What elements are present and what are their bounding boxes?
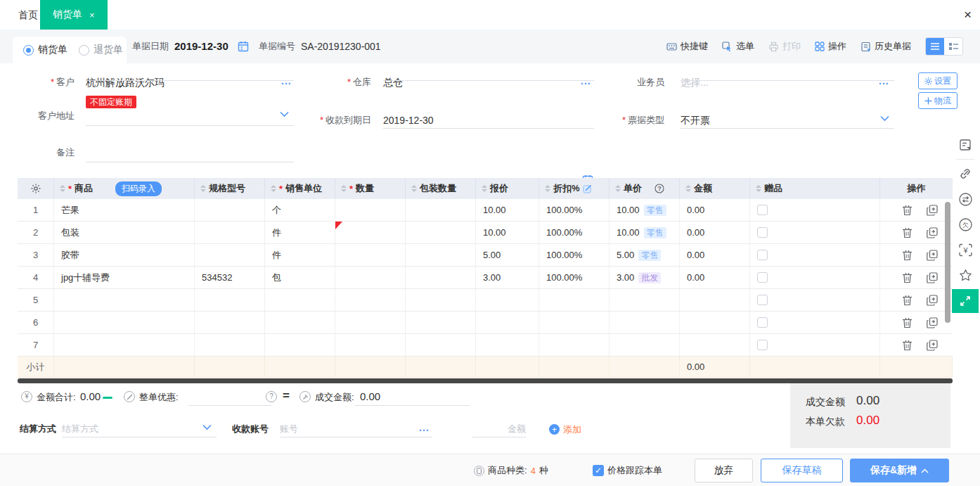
cell-product[interactable]: jpg十辅导费 <box>54 267 195 288</box>
add-payment-icon[interactable]: + <box>549 424 560 435</box>
gift-checkbox[interactable] <box>757 227 768 238</box>
sort-icon[interactable] <box>685 185 691 192</box>
vertical-scrollbar[interactable] <box>945 202 950 323</box>
gift-checkbox[interactable] <box>757 295 768 305</box>
sort-icon[interactable] <box>60 185 65 192</box>
cell-spec[interactable] <box>195 222 265 243</box>
close-icon[interactable]: × <box>964 7 972 23</box>
copy-add-icon[interactable] <box>927 205 938 216</box>
hotkey-button[interactable]: 快捷键 <box>666 40 708 53</box>
scan-input-button[interactable]: 扫码录入 <box>115 181 162 196</box>
pick-order-button[interactable]: 选单 <box>722 40 754 53</box>
logistics-button[interactable]: 物流 <box>918 92 958 109</box>
header-unit-price[interactable]: 单价 ? <box>610 178 680 199</box>
header-product[interactable]: *商品 扫码录入 <box>54 178 195 199</box>
receive-account-input[interactable]: 账号 <box>280 423 298 435</box>
copy-add-icon[interactable] <box>927 227 938 238</box>
gift-checkbox[interactable] <box>757 272 768 283</box>
history-button[interactable]: 历史单据 <box>860 40 911 53</box>
header-amount[interactable]: 金额 <box>680 178 750 199</box>
radio-sales-order[interactable]: 销货单 <box>23 44 67 56</box>
cell-quote[interactable] <box>476 312 539 333</box>
price-type-badge[interactable]: 批发 <box>638 272 661 283</box>
remark-input[interactable] <box>86 162 294 162</box>
cell-product[interactable] <box>54 289 195 311</box>
bill-type-chevron-down-icon[interactable] <box>880 115 889 122</box>
cell-spec[interactable] <box>195 244 265 266</box>
warehouse-input[interactable]: 总仓 <box>383 76 403 89</box>
sort-icon[interactable] <box>341 185 347 192</box>
cell-unit[interactable] <box>265 289 335 311</box>
debt-icon[interactable]: 欠 <box>952 212 979 237</box>
cell-quote[interactable] <box>476 334 539 356</box>
delete-icon[interactable] <box>902 250 913 261</box>
cell-spec[interactable] <box>195 312 265 333</box>
cell-product[interactable] <box>54 334 195 356</box>
cell-package-qty[interactable] <box>406 222 476 243</box>
cell-package-qty[interactable] <box>406 267 476 288</box>
cell-quantity[interactable] <box>335 289 406 311</box>
cell-discount[interactable] <box>539 312 610 333</box>
notes-icon[interactable] <box>952 132 979 158</box>
radio-return-order[interactable]: 退货单 <box>79 44 123 56</box>
cancel-button[interactable]: 放弃 <box>695 459 753 482</box>
cell-amount[interactable] <box>680 334 750 356</box>
gift-checkbox[interactable] <box>757 250 768 260</box>
customer-picker-icon[interactable]: ... <box>281 76 292 89</box>
calendar-icon[interactable] <box>238 41 249 52</box>
cell-quantity[interactable] <box>335 244 406 266</box>
help-icon[interactable]: ? <box>655 184 664 193</box>
cell-quote[interactable]: 10.00 <box>476 222 539 243</box>
settle-method-chevron-down-icon[interactable] <box>202 424 212 430</box>
cell-unit[interactable]: 个 <box>265 199 335 221</box>
settings-button[interactable]: 设置 <box>918 72 958 89</box>
copy-add-icon[interactable] <box>927 250 938 261</box>
settle-method-select[interactable]: 结算方式 <box>62 423 98 435</box>
delete-icon[interactable] <box>902 340 913 351</box>
cell-product[interactable]: 芒果 <box>54 199 195 221</box>
copy-add-icon[interactable] <box>927 340 938 351</box>
delete-icon[interactable] <box>902 295 913 306</box>
cell-quote[interactable]: 10.00 <box>476 199 539 221</box>
customer-input[interactable]: 杭州解放路沃尔玛 <box>86 76 165 89</box>
cell-unit-price[interactable] <box>610 289 680 311</box>
header-spec[interactable]: 规格型号 <box>195 178 265 199</box>
cell-unit-price[interactable] <box>610 334 680 356</box>
action-button[interactable]: 操作 <box>815 40 846 53</box>
cell-discount[interactable]: 100.00% <box>539 199 610 221</box>
cell-amount[interactable]: 0.00 <box>680 199 750 221</box>
cell-amount[interactable]: 0.00 <box>680 222 750 243</box>
tab-close-icon[interactable]: × <box>89 10 95 20</box>
sort-icon[interactable] <box>545 185 550 192</box>
cell-unit-price[interactable]: 3.00批发 <box>610 267 680 288</box>
sort-icon[interactable] <box>482 185 487 192</box>
cell-amount[interactable]: 0.00 <box>680 267 750 288</box>
sort-icon[interactable] <box>411 185 417 192</box>
salesman-picker-icon[interactable]: ... <box>879 76 889 89</box>
cell-spec[interactable] <box>195 334 265 356</box>
cell-product[interactable] <box>54 312 195 333</box>
save-draft-button[interactable]: 保存草稿 <box>761 459 843 482</box>
cell-product[interactable]: 包装 <box>54 222 195 243</box>
horizontal-scrollbar[interactable] <box>18 378 953 383</box>
sort-icon[interactable] <box>756 185 761 192</box>
address-input[interactable] <box>86 125 294 126</box>
header-quantity[interactable]: *数量 <box>335 178 406 199</box>
sort-icon[interactable] <box>271 185 276 192</box>
due-date-input[interactable]: 2019-12-30 <box>383 114 434 127</box>
header-discount[interactable]: 折扣% <box>539 178 610 199</box>
list-view-button[interactable] <box>926 38 944 55</box>
add-payment-label[interactable]: 添加 <box>563 423 581 436</box>
bill-type-select[interactable]: 不开票 <box>681 114 710 127</box>
exchange-icon[interactable] <box>952 186 979 212</box>
pay-amount-input[interactable]: 金额 <box>472 423 526 435</box>
delete-icon[interactable] <box>902 205 913 216</box>
cash-icon[interactable]: ¥ <box>952 237 979 262</box>
cell-product[interactable]: 胶带 <box>54 244 195 266</box>
edit-icon[interactable] <box>583 184 592 193</box>
cell-amount[interactable] <box>680 312 750 333</box>
cell-package-qty[interactable] <box>406 289 476 311</box>
checkbox-checked-icon[interactable]: ✓ <box>593 465 604 476</box>
cell-unit[interactable]: 件 <box>265 244 335 266</box>
cell-spec[interactable]: 534532 <box>195 267 265 288</box>
